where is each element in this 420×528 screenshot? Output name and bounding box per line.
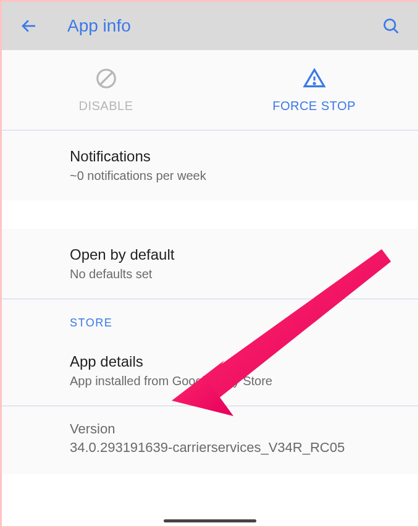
action-row: DISABLE FORCE STOP [2, 50, 418, 130]
app-bar: App info [2, 2, 418, 50]
open-by-default-item[interactable]: Open by default No defaults set [2, 229, 418, 299]
app-details-subtitle: App installed from Google Play Store [70, 374, 403, 388]
notifications-subtitle: ~0 notifications per week [70, 169, 403, 183]
svg-point-1 [384, 19, 395, 30]
notifications-item[interactable]: Notifications ~0 notifications per week [2, 130, 418, 200]
disable-button[interactable]: DISABLE [2, 50, 210, 130]
force-stop-button[interactable]: FORCE STOP [210, 50, 418, 130]
disable-label: DISABLE [79, 99, 133, 113]
app-details-item[interactable]: App details App installed from Google Pl… [2, 336, 418, 406]
version-item: Version 34.0.293191639-carrierservices_V… [2, 406, 418, 474]
content-area: DISABLE FORCE STOP Notifications ~0 noti… [2, 50, 418, 474]
open-by-default-subtitle: No defaults set [70, 267, 403, 281]
warning-icon [303, 67, 326, 90]
open-by-default-title: Open by default [70, 246, 403, 263]
disable-icon [94, 67, 118, 90]
notifications-title: Notifications [70, 148, 403, 165]
page-title: App info [67, 16, 379, 36]
store-section-header: STORE [2, 299, 418, 336]
version-label: Version [70, 421, 403, 437]
force-stop-label: FORCE STOP [272, 99, 356, 113]
section-gap [2, 200, 418, 229]
svg-line-4 [99, 72, 112, 85]
navigation-handle[interactable] [164, 519, 256, 522]
search-button[interactable] [379, 14, 403, 38]
svg-line-2 [393, 28, 398, 33]
svg-point-6 [314, 83, 315, 84]
back-arrow-icon [20, 17, 38, 35]
back-button[interactable] [17, 14, 41, 38]
app-details-title: App details [70, 353, 403, 370]
version-value: 34.0.293191639-carrierservices_V34R_RC05 [70, 440, 403, 456]
search-icon [382, 17, 400, 35]
